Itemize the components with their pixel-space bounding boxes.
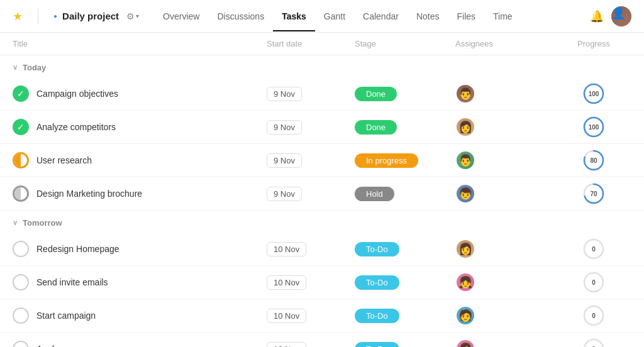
- svg-text:100: 100: [589, 91, 599, 97]
- date-badge[interactable]: 10 Nov: [267, 242, 306, 256]
- col-progress: Progress: [556, 39, 631, 48]
- progress-ring: 100: [582, 116, 605, 138]
- title-cell: Start campaign: [13, 307, 267, 324]
- progress-cell: 0: [556, 238, 631, 260]
- assignee-cell: 🧑: [455, 306, 556, 326]
- status-todo-icon: [13, 307, 29, 324]
- stage-cell: To-Do: [355, 342, 455, 348]
- date-badge[interactable]: 10 Nov: [267, 275, 306, 290]
- stage-badge[interactable]: To-Do: [355, 309, 399, 323]
- col-stage: Stage: [355, 39, 455, 48]
- assignee-cell: 👨: [455, 84, 556, 104]
- stage-badge[interactable]: Done: [355, 87, 397, 101]
- task-title: User research: [36, 155, 92, 165]
- date-cell: 9 Nov: [267, 153, 355, 168]
- date-badge[interactable]: 9 Nov: [267, 187, 302, 201]
- title-cell: Send invite emails: [13, 274, 267, 290]
- assignee-cell: 👦: [455, 184, 556, 204]
- assignee-avatar: 🧑: [455, 306, 475, 326]
- chevron-icon[interactable]: ∨: [13, 219, 18, 227]
- progress-cell: 70: [556, 182, 631, 205]
- title-cell: Redesign Homepage: [13, 241, 267, 257]
- bell-icon[interactable]: 🔔: [590, 9, 604, 23]
- table-row[interactable]: Analyze progress 10 Nov To-Do 👩 0: [0, 333, 644, 347]
- tab-gantt[interactable]: Gantt: [315, 1, 354, 31]
- date-badge[interactable]: 10 Nov: [267, 309, 306, 323]
- date-badge[interactable]: 9 Nov: [267, 87, 302, 101]
- table-row[interactable]: Redesign Homepage 10 Nov To-Do 👩 0: [0, 233, 644, 266]
- stage-cell: To-Do: [355, 242, 455, 256]
- progress-cell: 100: [556, 116, 631, 138]
- title-cell: Analyze progress: [13, 341, 267, 347]
- progress-cell: 0: [556, 304, 631, 327]
- tab-calendar[interactable]: Calendar: [354, 1, 408, 31]
- gear-button[interactable]: ⚙ ▾: [124, 10, 142, 23]
- title-cell: User research: [13, 152, 267, 168]
- svg-text:0: 0: [592, 246, 596, 253]
- assignee-avatar: 👧: [455, 272, 475, 292]
- chevron-icon[interactable]: ∨: [13, 63, 18, 72]
- svg-text:0: 0: [592, 279, 596, 286]
- assignee-avatar: 👦: [455, 184, 475, 204]
- tab-notes[interactable]: Notes: [408, 1, 448, 31]
- stage-badge[interactable]: To-Do: [355, 275, 399, 290]
- svg-text:100: 100: [589, 124, 599, 131]
- stage-badge[interactable]: Done: [355, 120, 397, 135]
- date-cell: 10 Nov: [267, 242, 355, 256]
- assignee-avatar: 👩: [455, 239, 475, 259]
- task-title: Send invite emails: [36, 277, 108, 287]
- stage-badge[interactable]: To-Do: [355, 342, 399, 348]
- title-cell: Design Marketing brochure: [13, 185, 267, 202]
- progress-cell: 100: [556, 82, 631, 105]
- date-cell: 9 Nov: [267, 87, 355, 101]
- tab-discussions[interactable]: Discussions: [208, 1, 273, 31]
- table-row[interactable]: ✓ Campaign objectives 9 Nov Done 👨 100: [0, 77, 644, 111]
- status-todo-icon: [13, 241, 29, 257]
- svg-text:80: 80: [590, 157, 597, 164]
- task-title: Campaign objectives: [36, 89, 118, 99]
- tab-overview[interactable]: Overview: [154, 1, 208, 31]
- dot-icon: ●: [53, 13, 57, 19]
- task-title: Start campaign: [36, 311, 96, 321]
- table-row[interactable]: ✓ Analyze competitors 9 Nov Done 👩 100: [0, 111, 644, 144]
- assignee-cell: 👩: [455, 239, 556, 259]
- task-title: Analyze progress: [36, 344, 104, 347]
- assignee-avatar: 👨: [455, 150, 475, 170]
- status-todo-icon: [13, 341, 29, 347]
- stage-cell: Done: [355, 87, 455, 101]
- tab-tasks[interactable]: Tasks: [273, 1, 315, 31]
- date-badge[interactable]: 10 Nov: [267, 342, 306, 348]
- user-avatar[interactable]: 👤: [611, 6, 631, 26]
- date-badge[interactable]: 9 Nov: [267, 153, 302, 168]
- table-row[interactable]: Design Marketing brochure 9 Nov Hold 👦 7…: [0, 177, 644, 211]
- stage-badge[interactable]: To-Do: [355, 242, 399, 256]
- progress-ring: 0: [582, 271, 605, 294]
- tab-time[interactable]: Time: [484, 1, 521, 31]
- progress-cell: 80: [556, 149, 631, 172]
- table-row[interactable]: Send invite emails 10 Nov To-Do 👧 0: [0, 266, 644, 299]
- status-hold-icon: [13, 185, 29, 202]
- date-badge[interactable]: 9 Nov: [267, 120, 302, 135]
- progress-cell: 0: [556, 271, 631, 294]
- gear-icon: ⚙: [126, 11, 135, 21]
- stage-badge[interactable]: In progress: [355, 153, 418, 168]
- divider: [38, 9, 38, 24]
- stage-cell: Done: [355, 120, 455, 135]
- svg-text:70: 70: [590, 190, 597, 197]
- tab-files[interactable]: Files: [448, 1, 484, 31]
- table-row[interactable]: User research 9 Nov In progress 👨 80: [0, 144, 644, 177]
- table-header: Title Start date Stage Assignees Progres…: [0, 33, 644, 55]
- project-info: ★ ● Daily project ⚙ ▾: [13, 9, 142, 24]
- table-row[interactable]: Start campaign 10 Nov To-Do 🧑 0: [0, 299, 644, 333]
- stage-cell: Hold: [355, 187, 455, 201]
- svg-text:0: 0: [592, 312, 596, 319]
- progress-ring: 0: [582, 238, 605, 260]
- section-label: Tomorrow: [23, 218, 62, 228]
- header-right: 🔔 👤: [590, 6, 631, 26]
- app-container: ★ ● Daily project ⚙ ▾ Overview Discussio…: [0, 0, 644, 347]
- date-cell: 9 Nov: [267, 187, 355, 201]
- status-todo-icon: [13, 274, 29, 290]
- star-icon[interactable]: ★: [13, 9, 23, 23]
- assignee-cell: 👩: [455, 339, 556, 347]
- stage-badge[interactable]: Hold: [355, 187, 394, 201]
